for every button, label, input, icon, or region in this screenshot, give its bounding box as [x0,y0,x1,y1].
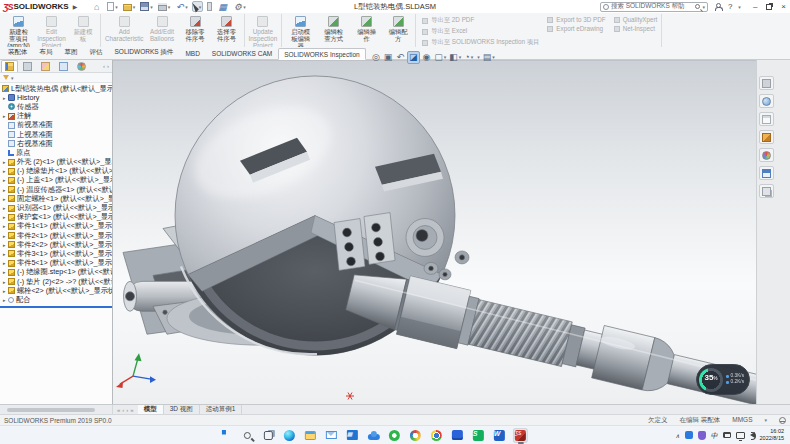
dropdown-caret-icon[interactable]: ▾ [150,4,153,10]
tray-shield-icon[interactable] [698,431,706,440]
edit-appearance-button[interactable]: ▾ [475,51,481,64]
tab-mbd[interactable]: MBD [179,47,205,59]
tab-scroll-arrow-icon[interactable]: « [117,407,120,413]
menu-expand-arrow-icon[interactable]: ▶ [73,3,78,10]
edge-app[interactable] [282,428,297,443]
zoom-to-area-button[interactable]: ▣ [383,51,395,64]
search-input[interactable]: 搜索 SOLIDWORKS 帮助 ▾ [600,2,708,12]
search-dropdown-icon[interactable]: ▾ [702,4,705,10]
feature-tree-item[interactable]: ▸ 零件1<1> (默认<<默认>_显示状态 [0,222,112,231]
panel-tab-left-arrow[interactable]: ‹ [103,63,105,69]
edit-operations-button[interactable]: 编辑操 作 [350,14,383,47]
close-button[interactable]: × [781,3,786,11]
login-user-icon[interactable] [714,3,722,11]
dropdown-caret-icon[interactable]: ▾ [185,4,188,10]
featuremanager-tab[interactable] [1,60,18,72]
display-style-button[interactable]: ◧ ▾ [448,51,462,64]
propertymanager-tab[interactable] [19,60,36,72]
minimize-button[interactable]: – [753,3,757,11]
panel-tab-right-arrow[interactable]: › [107,63,109,69]
tree-filter[interactable]: ▾ [0,73,112,83]
zoom-to-fit-button[interactable]: ◎ [371,51,382,64]
start-button[interactable] [219,428,234,443]
system-monitor-widget[interactable]: 35% 0.3K/s 0.2K/s [696,364,750,395]
custom-properties-button[interactable] [759,166,774,180]
tray-expand-chevron[interactable]: ∧ [675,432,679,439]
store-app[interactable]: ▦ [345,428,360,443]
tab-solidworks-addins[interactable]: SOLIDWORKS 插件 [109,45,180,59]
edit-inspection-project-button[interactable]: Edit Inspection Project [35,14,68,47]
dropdown-caret-icon[interactable]: ▾ [199,4,202,10]
remove-balloons-button[interactable]: 移除零 件序号 [179,14,212,47]
feature-tree-item[interactable]: ▸ (-) 绝缘圈.step<1> (默认<<默认>_ [0,268,112,277]
units-dropdown-icon[interactable]: ▾ [764,417,767,423]
restore-button[interactable] [766,4,772,10]
wps-app[interactable]: S [471,428,486,443]
search-button[interactable] [240,428,255,443]
dropdown-caret-icon[interactable]: ▾ [243,4,246,10]
feature-tree-item[interactable]: ▸ (-) 温度传感器<1> (默认<<默认>_ [0,185,112,194]
solidworks-logo[interactable]: ƷS SOLIDWORKS ▶ [3,2,77,12]
export-inspection-project-button[interactable]: 导出至 SOLIDWORKS Inspection 项目 [422,38,539,47]
feature-tree-item[interactable]: ▸ History [0,93,112,102]
tab-solidworks-cam[interactable]: SOLIDWORKS CAM [206,47,278,59]
export-excel-button[interactable]: 导出至 Excel [422,27,539,36]
edit-recipes-button[interactable]: 编辑配 方 [383,14,416,47]
tab-sketch[interactable]: 草图 [59,45,84,59]
solidworks-resources-button[interactable] [759,94,774,108]
design-library-button[interactable] [759,130,774,144]
dropdown-caret-icon[interactable]: ▾ [492,54,495,60]
save-button[interactable]: ▾ [139,1,154,12]
tab-evaluate[interactable]: 评估 [84,45,109,59]
3d-views-tab[interactable]: 3D 视图 [164,405,200,414]
options-button[interactable]: ▾ [232,1,247,12]
solidworks-app[interactable]: ƷS [513,428,528,443]
feature-tree-item[interactable]: 右视基准面 [0,139,112,148]
task-pane-window-button[interactable] [759,76,774,90]
tab-scroll-arrow-icon[interactable]: › [126,407,128,413]
feature-tree-item[interactable]: ▸ 外壳 (2)<1> (默认<<默认>_显示状 [0,158,112,167]
taskbar-clock[interactable]: 16:02 2022/8/15 [760,428,784,441]
feature-tree-item[interactable]: ▸ 零件2<1> (默认<<默认>_显示状 [0,231,112,240]
tray-blue-icon[interactable] [685,431,693,439]
feature-tree-item[interactable]: ▸ 固定螺栓<1> (默认<<默认>_显示 [0,194,112,203]
export-3d-pdf-button[interactable]: Export to 3D PDF [547,16,605,23]
search-icon[interactable] [695,4,700,9]
feature-tree-item[interactable]: 前视基准面 [0,121,112,130]
qualityxpert-button[interactable]: QualityXpert [614,16,658,23]
feature-tree-item[interactable]: ▸ 注解 [0,112,112,121]
feature-tree-item[interactable]: ▸ 识别器<1> (默认<<默认>_显示状 [0,203,112,212]
tab-scroll-arrow-icon[interactable]: » [130,407,133,413]
tree-rollback-bar[interactable] [0,306,112,308]
model-tab[interactable]: 模型 [138,405,164,414]
word-app[interactable]: W [492,428,507,443]
apply-scene-button[interactable]: ▤ ▾ [482,51,496,64]
feature-tree-item[interactable]: ▸ 零件5<1> (默认<<默认>_显示状 [0,259,112,268]
feature-tree-root[interactable]: L型铠装热电偶 (默认<默认_显示状态-1 [0,84,112,93]
help-dropdown-icon[interactable]: ▾ [738,4,741,10]
home-button[interactable] [91,1,103,12]
task-view-button[interactable] [261,428,276,443]
360-browser-app[interactable] [387,428,402,443]
tab-scroll-arrow-icon[interactable]: ‹ [122,407,124,413]
feature-tree-item[interactable]: 传感器 [0,102,112,111]
new-template-button[interactable]: 新建模 板 [68,14,101,47]
view-palette-button[interactable] [759,184,774,198]
open-button[interactable]: ▾ [122,1,137,12]
feature-tree-item[interactable]: ▸ (-) 上盖<1> (默认<<默认>_显示状 [0,176,112,185]
motion-study-tab[interactable]: 运动算例1 [200,405,243,414]
tab-layout[interactable]: 布局 [34,45,59,59]
blue-tool-app[interactable] [450,428,465,443]
viewport-3d[interactable]: 35% 0.3K/s 0.2K/s [113,60,756,404]
feature-tree-item[interactable]: ▸ (-) 绝缘垫片<1> (默认<<默认>_显 [0,167,112,176]
feature-tree-item[interactable]: 上视基准面 [0,130,112,139]
display-tray-icon[interactable] [736,432,745,439]
tree-horizontal-scrollbar[interactable] [0,405,113,414]
browser-ring-app[interactable] [408,428,423,443]
cloud-app[interactable] [366,428,381,443]
file-explorer-app[interactable] [303,428,318,443]
hide-show-items-button[interactable]: ◔ ▾ [463,51,474,64]
feature-tree-item[interactable]: ▸ (-) 垫片 (2)<2> ->? (默认<<默认> [0,277,112,286]
configurationmanager-tab[interactable] [37,60,54,72]
dropdown-caret-icon[interactable]: ▾ [477,54,480,60]
